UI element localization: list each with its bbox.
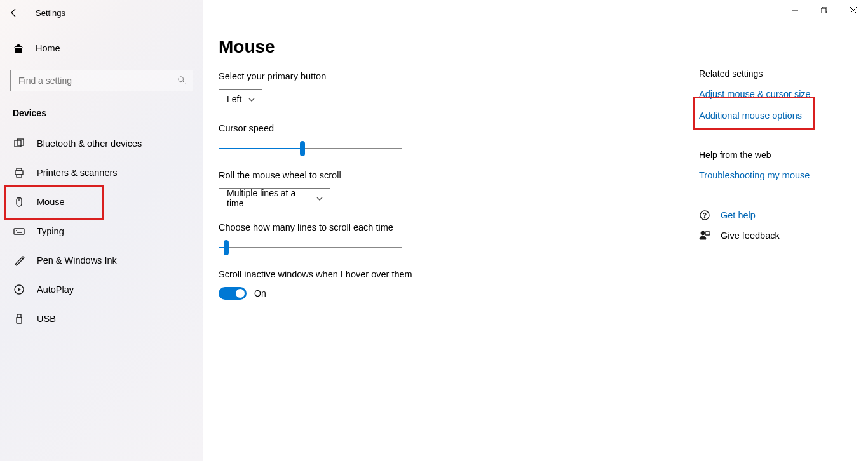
maximize-button[interactable] [810,0,839,20]
svg-rect-0 [821,8,826,13]
slider-fill [219,148,302,149]
window-title: Settings [28,8,65,18]
help-icon [699,210,710,221]
sidebar-item-pen[interactable]: Pen & Windows Ink [0,246,203,274]
content: Mouse Select your primary button Left Cu… [203,30,699,461]
sidebar-item-usb[interactable]: USB [0,305,203,333]
wheel-scroll-dropdown[interactable]: Multiple lines at a time [219,188,330,208]
sidebar-item-typing[interactable]: Typing [0,217,203,245]
inactive-windows-label: Scroll inactive windows when I hover ove… [219,269,699,279]
svg-point-13 [704,217,705,218]
inactive-toggle-state: On [254,288,266,298]
get-help-link[interactable]: Get help [721,210,756,220]
svg-point-1 [179,76,184,81]
cursor-speed-block: Cursor speed [219,123,699,156]
wheel-scroll-label: Roll the mouse wheel to scroll [219,170,699,180]
svg-rect-11 [17,317,22,323]
sidebar-section-header: Devices [0,97,203,123]
svg-rect-4 [15,171,23,175]
slider-thumb[interactable] [224,240,229,255]
sidebar-item-bluetooth[interactable]: Bluetooth & other devices [0,130,203,157]
window-controls [780,0,868,20]
minimize-button[interactable] [780,0,810,20]
lines-scroll-label: Choose how many lines to scroll each tim… [219,222,699,232]
related-settings-title: Related settings [699,69,862,79]
back-button[interactable] [0,0,28,25]
inactive-toggle[interactable] [219,287,247,300]
page-title: Mouse [219,37,699,57]
main: Mouse Select your primary button Left Cu… [203,0,868,461]
autoplay-icon [13,284,25,295]
inactive-windows-block: Scroll inactive windows when I hover ove… [219,269,699,300]
sidebar-item-label: Pen & Windows Ink [37,255,117,265]
sidebar-item-label: Typing [37,226,64,236]
printer-icon [13,167,25,178]
chevron-down-icon [316,194,323,202]
home-icon [13,43,24,54]
svg-rect-8 [14,229,24,234]
sidebar-item-label: Bluetooth & other devices [37,138,142,149]
search-box[interactable] [10,70,193,91]
additional-mouse-options-link[interactable]: Additional mouse options [699,110,862,121]
sidebar-item-label: Printers & scanners [37,168,118,178]
usb-icon [13,313,25,324]
cursor-speed-label: Cursor speed [219,123,699,133]
feedback-icon [699,230,710,241]
chevron-down-icon [248,95,255,103]
sidebar-item-label: Mouse [37,197,65,207]
keyboard-icon [13,225,25,237]
svg-rect-15 [705,232,710,235]
svg-rect-5 [17,168,22,171]
adjust-mouse-link[interactable]: Adjust mouse & cursor size [699,89,862,99]
svg-rect-10 [17,314,21,317]
close-button[interactable] [839,0,868,20]
sidebar-home[interactable]: Home [0,36,203,61]
search-wrap [0,61,203,97]
pen-icon [13,255,25,266]
primary-button-block: Select your primary button Left [219,71,699,109]
primary-button-dropdown[interactable]: Left [219,89,262,109]
give-feedback-row[interactable]: Give feedback [699,230,862,241]
svg-point-14 [701,231,705,235]
help-web-title: Help from the web [699,150,862,160]
toggle-knob [236,289,245,298]
wheel-scroll-value: Multiple lines at a time [227,188,309,208]
troubleshoot-mouse-link[interactable]: Troubleshooting my mouse [699,170,862,180]
search-icon [177,76,186,86]
titlebar: Settings [0,0,868,25]
sidebar-item-printers[interactable]: Printers & scanners [0,159,203,187]
mouse-icon [13,196,25,208]
sidebar-item-label: AutoPlay [37,284,74,295]
sidebar-item-label: USB [37,314,56,324]
sidebar: Home Devices Bluetooth & other devices P… [0,0,203,461]
lines-scroll-slider[interactable] [219,240,402,255]
cursor-speed-slider[interactable] [219,141,402,156]
primary-button-label: Select your primary button [219,71,699,81]
svg-rect-6 [17,175,22,177]
lines-scroll-block: Choose how many lines to scroll each tim… [219,222,699,255]
sidebar-item-mouse[interactable]: Mouse [0,188,203,216]
sidebar-home-label: Home [36,43,60,53]
slider-thumb[interactable] [300,141,305,156]
search-input[interactable] [17,75,177,86]
bluetooth-icon [13,138,25,149]
get-help-row[interactable]: Get help [699,210,862,221]
settings-window: Settings Home Devices [0,0,868,461]
give-feedback-link[interactable]: Give feedback [721,230,780,241]
primary-button-value: Left [227,94,241,104]
sidebar-item-autoplay[interactable]: AutoPlay [0,276,203,304]
wheel-scroll-block: Roll the mouse wheel to scroll Multiple … [219,170,699,208]
slider-track [219,247,402,248]
inactive-toggle-row: On [219,287,699,300]
right-rail: Related settings Adjust mouse & cursor s… [699,30,868,461]
